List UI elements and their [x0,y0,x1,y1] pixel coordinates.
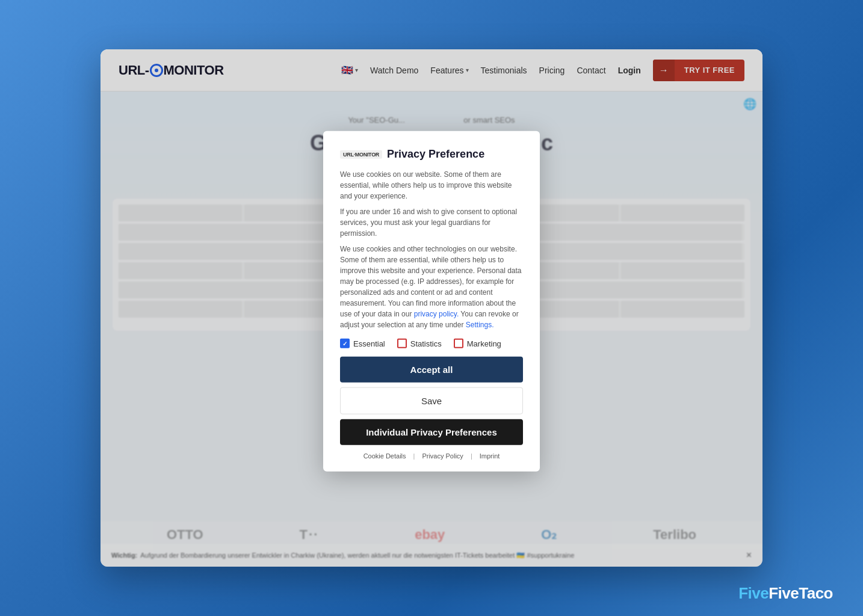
settings-link[interactable]: Settings. [466,321,494,329]
modal-header: URL·MONITOR Privacy Preference [340,148,523,161]
modal-footer: Cookie Details | Privacy Policy | Imprin… [340,452,523,460]
modal-text-2: If you are under 16 and wish to give con… [340,206,523,239]
marketing-checkbox[interactable] [454,339,463,348]
privacy-preference-modal: URL·MONITOR Privacy Preference We use co… [323,131,540,472]
site-frame: URL- MONITOR 🇬🇧 ▾ Watch Demo Features ▾ … [101,49,762,567]
modal-text-3: We use cookies and other technologies on… [340,244,523,330]
accept-all-button[interactable]: Accept all [340,357,523,383]
modal-logo: URL·MONITOR [340,150,382,158]
save-button[interactable]: Save [340,387,523,414]
statistics-label: Statistics [410,339,442,348]
modal-title: Privacy Preference [387,148,484,161]
footer-sep-2: | [471,452,472,460]
essential-option[interactable]: Essential [340,339,385,348]
fivetaco-label: FiveFiveTaco [738,584,833,602]
fivetaco-branding: FiveFiveTaco [738,584,833,603]
modal-text-1: We use cookies on our website. Some of t… [340,169,523,202]
individual-privacy-preferences-button[interactable]: Individual Privacy Preferences [340,419,523,445]
marketing-option[interactable]: Marketing [454,339,501,348]
footer-sep-1: | [413,452,415,460]
statistics-option[interactable]: Statistics [397,339,442,348]
statistics-checkbox[interactable] [397,339,407,348]
privacy-policy-link[interactable]: privacy policy. [414,310,459,318]
marketing-label: Marketing [467,339,501,348]
essential-checkbox[interactable] [340,339,350,348]
privacy-policy-footer-link[interactable]: Privacy Policy [422,452,463,460]
cookie-options: Essential Statistics Marketing [340,339,523,348]
essential-label: Essential [353,339,385,348]
cookie-details-link[interactable]: Cookie Details [363,452,406,460]
imprint-link[interactable]: Imprint [480,452,500,460]
